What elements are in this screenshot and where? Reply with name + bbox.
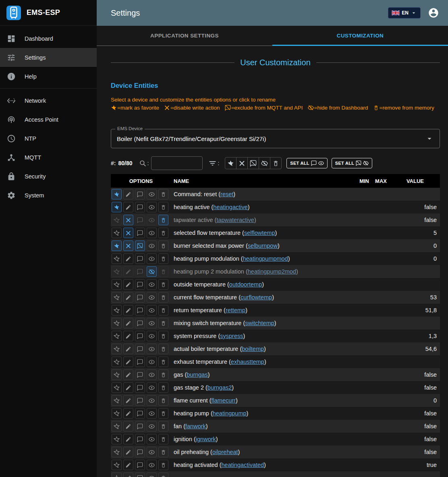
visibility-toggle[interactable]	[147, 357, 157, 367]
delete-toggle[interactable]	[158, 331, 168, 341]
favorite-toggle[interactable]	[112, 202, 122, 212]
mqtt-exclude-toggle[interactable]	[135, 434, 145, 444]
delete-toggle[interactable]	[158, 241, 168, 251]
star-filter-toggle[interactable]	[225, 157, 236, 169]
write-toggle[interactable]	[123, 318, 133, 328]
entity-shortname-link[interactable]: boiltemp	[242, 346, 264, 352]
entity-shortname-link[interactable]: syspress	[220, 333, 243, 339]
mqtt-exclude-toggle[interactable]	[135, 344, 145, 354]
language-selector[interactable]: EN	[388, 7, 421, 19]
delete-toggle[interactable]	[158, 279, 168, 290]
set-all-button-1[interactable]: SET ALL	[286, 158, 328, 168]
favorite-toggle[interactable]	[112, 266, 122, 277]
visibility-toggle[interactable]	[147, 434, 157, 444]
entity-shortname-link[interactable]: reset	[220, 191, 233, 197]
write-toggle[interactable]	[123, 253, 133, 264]
write-toggle[interactable]	[123, 434, 133, 444]
delete-toggle[interactable]	[158, 215, 168, 225]
table-row[interactable]: tapwater active (tapwateractive)false	[111, 214, 440, 226]
bubble-off-filter-toggle[interactable]	[247, 157, 259, 169]
entity-shortname-link[interactable]: heatingpumpmod	[243, 255, 288, 262]
sidebar-item-dashboard[interactable]: Dashboard	[0, 29, 97, 48]
delete-toggle[interactable]	[158, 228, 168, 238]
search-input[interactable]	[151, 156, 203, 170]
mqtt-exclude-toggle[interactable]	[135, 331, 145, 341]
mqtt-exclude-toggle[interactable]	[135, 241, 145, 251]
eye-off-filter-toggle[interactable]	[259, 157, 270, 169]
table-row[interactable]: heating pump 2 modulation (heatingpump2m…	[111, 265, 440, 278]
delete-toggle[interactable]	[158, 357, 168, 367]
mqtt-exclude-toggle[interactable]	[135, 266, 145, 277]
mqtt-exclude-toggle[interactable]	[135, 318, 145, 328]
write-toggle[interactable]	[123, 357, 133, 367]
write-toggle[interactable]	[123, 228, 133, 238]
delete-toggle[interactable]	[158, 344, 168, 354]
visibility-toggle[interactable]	[147, 408, 157, 419]
write-toggle[interactable]	[123, 266, 133, 277]
mqtt-exclude-toggle[interactable]	[135, 228, 145, 238]
visibility-toggle[interactable]	[147, 292, 157, 303]
mqtt-exclude-toggle[interactable]	[135, 305, 145, 315]
sidebar-item-access-point[interactable]: Access Point	[0, 110, 97, 129]
visibility-toggle[interactable]	[147, 331, 157, 341]
visibility-toggle[interactable]	[147, 344, 157, 354]
mqtt-exclude-toggle[interactable]	[135, 202, 145, 212]
table-row[interactable]: mixing switch temperature (switchtemp)	[111, 317, 440, 330]
visibility-toggle[interactable]	[147, 382, 157, 393]
delete-toggle[interactable]	[158, 473, 168, 477]
favorite-toggle[interactable]	[112, 292, 122, 303]
visibility-toggle[interactable]	[147, 253, 157, 264]
favorite-toggle[interactable]	[112, 305, 122, 315]
visibility-toggle[interactable]	[147, 228, 157, 238]
table-row[interactable]: gas stage 2 (burngas2)false	[111, 381, 440, 394]
visibility-toggle[interactable]	[147, 215, 157, 225]
mqtt-exclude-toggle[interactable]	[135, 215, 145, 225]
write-toggle[interactable]	[123, 460, 133, 470]
favorite-toggle[interactable]	[112, 473, 122, 477]
favorite-toggle[interactable]	[112, 408, 122, 419]
favorite-toggle[interactable]	[112, 421, 122, 431]
delete-toggle[interactable]	[158, 395, 168, 406]
write-toggle[interactable]	[123, 241, 133, 251]
favorite-toggle[interactable]	[112, 228, 122, 238]
entity-shortname-link[interactable]: selburnpow	[248, 243, 278, 249]
entity-shortname-link[interactable]: curflowtemp	[241, 294, 272, 301]
visibility-toggle[interactable]	[147, 266, 157, 277]
mqtt-exclude-toggle[interactable]	[135, 395, 145, 406]
mqtt-exclude-toggle[interactable]	[135, 253, 145, 264]
favorite-toggle[interactable]	[112, 382, 122, 393]
favorite-toggle[interactable]	[112, 369, 122, 380]
visibility-toggle[interactable]	[147, 241, 157, 251]
entity-shortname-link[interactable]: switchtemp	[245, 320, 274, 326]
delete-toggle[interactable]	[158, 266, 168, 277]
favorite-toggle[interactable]	[112, 189, 122, 199]
entity-shortname-link[interactable]: selflowtemp	[244, 230, 275, 236]
write-toggle[interactable]	[123, 369, 133, 380]
mqtt-exclude-toggle[interactable]	[135, 189, 145, 199]
favorite-toggle[interactable]	[112, 357, 122, 367]
write-toggle[interactable]	[123, 215, 133, 225]
delete-toggle[interactable]	[158, 434, 168, 444]
delete-toggle[interactable]	[158, 447, 168, 457]
entity-shortname-link[interactable]: rettemp	[226, 307, 245, 313]
table-row[interactable]: heating pump (heatingpump)false	[111, 407, 440, 420]
delete-toggle[interactable]	[158, 408, 168, 419]
mqtt-exclude-toggle[interactable]	[135, 473, 145, 477]
visibility-toggle[interactable]	[147, 447, 157, 457]
table-row[interactable]: ignition (ignwork)false	[111, 433, 440, 446]
entity-shortname-link[interactable]: burngas2	[207, 384, 232, 391]
tab-customization[interactable]: CUSTOMIZATION	[272, 26, 448, 46]
table-row[interactable]: return temperature (rettemp)51,8	[111, 304, 440, 317]
table-row[interactable]: heating activated (heatingactivated)true	[111, 458, 440, 471]
ems-device-select[interactable]: EMS Device Boiler (Nefit GBx72/Trendline…	[111, 129, 440, 148]
table-row[interactable]: Command: reset (reset)	[111, 188, 440, 201]
visibility-toggle[interactable]	[147, 279, 157, 290]
sidebar-item-settings[interactable]: Settings	[0, 48, 97, 67]
favorite-toggle[interactable]	[112, 447, 122, 457]
entity-shortname-link[interactable]: exhausttemp	[231, 359, 264, 365]
delete-toggle[interactable]	[158, 318, 168, 328]
entity-shortname-link[interactable]: fanwork	[185, 423, 206, 429]
write-toggle[interactable]	[123, 421, 133, 431]
mqtt-exclude-toggle[interactable]	[135, 408, 145, 419]
delete-toggle[interactable]	[158, 292, 168, 303]
